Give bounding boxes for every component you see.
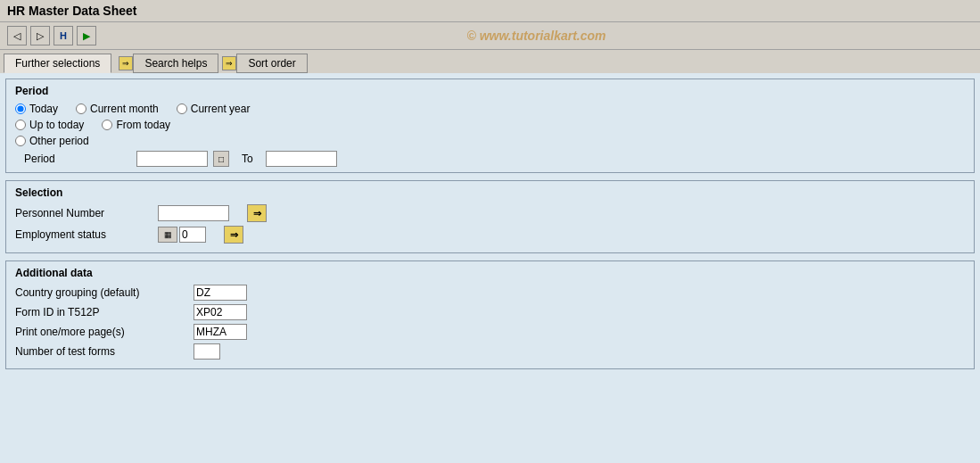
radio-from-today[interactable] (102, 120, 112, 130)
tab-sort-order[interactable]: Sort order (236, 54, 307, 73)
tab-sort-order-label: Sort order (248, 57, 295, 70)
page-title: HR Master Data Sheet (7, 4, 137, 18)
sort-order-arrow-icon: ⇒ (222, 56, 236, 70)
back-icon[interactable]: ◁ (7, 26, 27, 45)
radio-from-today-item: From today (102, 119, 170, 131)
print-pages-row: Print one/more page(s) (15, 324, 965, 340)
save-icon[interactable]: H (54, 26, 73, 45)
employment-status-input[interactable] (179, 227, 206, 243)
period-section-title: Period (15, 85, 965, 97)
radio-today-label: Today (29, 103, 58, 115)
selection-section-title: Selection (15, 186, 965, 199)
country-grouping-row: Country grouping (default) (15, 285, 965, 301)
toolbar: ◁ ▷ H ▶ © www.tutorialkart.com (0, 21, 980, 50)
radio-current-year[interactable] (177, 103, 187, 114)
radio-current-month-label: Current month (90, 103, 159, 115)
test-forms-label: Number of test forms (15, 345, 194, 358)
country-grouping-input[interactable] (194, 285, 247, 301)
form-id-label: Form ID in T512P (15, 306, 194, 318)
personnel-number-label: Personnel Number (15, 207, 158, 219)
title-bar: HR Master Data Sheet (0, 0, 980, 21)
selection-section: Selection Personnel Number ⇒ Employment … (5, 180, 975, 253)
personnel-number-input[interactable] (158, 205, 229, 221)
radio-today[interactable] (15, 103, 26, 114)
print-pages-input[interactable] (194, 324, 247, 340)
period-row-3: Other period (15, 135, 965, 147)
main-content: Period Today Current month Current year … (0, 73, 980, 463)
period-row-1: Today Current month Current year (15, 103, 965, 115)
search-helps-arrow-icon: ⇒ (119, 56, 133, 70)
tab-search-helps-label: Search helps (144, 57, 207, 70)
test-forms-input[interactable] (194, 343, 220, 360)
print-pages-label: Print one/more page(s) (15, 326, 194, 338)
employment-status-arrow-button[interactable]: ⇒ (224, 226, 243, 244)
country-grouping-label: Country grouping (default) (15, 286, 194, 299)
radio-today-item: Today (15, 103, 58, 115)
employment-status-controls: ▦ (158, 227, 206, 243)
watermark: © www.tutorialkart.com (100, 29, 973, 43)
execute-icon[interactable]: ▶ (77, 26, 96, 45)
form-id-input[interactable] (194, 304, 247, 320)
period-section: Period Today Current month Current year … (5, 79, 975, 173)
radio-other-period-item: Other period (15, 135, 89, 147)
tab-bar: Further selections ⇒ Search helps ⇒ Sort… (0, 50, 980, 73)
form-id-row: Form ID in T512P (15, 304, 965, 320)
additional-data-section: Additional data Country grouping (defaul… (5, 260, 975, 369)
test-forms-row: Number of test forms (15, 343, 965, 360)
radio-current-month[interactable] (76, 103, 86, 114)
tab-further-selections[interactable]: Further selections (4, 54, 111, 73)
radio-current-year-label: Current year (191, 103, 251, 115)
period-to-label: To (242, 153, 253, 165)
personnel-number-arrow-button[interactable]: ⇒ (247, 204, 267, 222)
employment-status-label: Employment status (15, 228, 158, 241)
radio-other-period[interactable] (15, 136, 26, 146)
period-calendar-icon[interactable]: □ (213, 151, 229, 167)
employment-status-icon[interactable]: ▦ (158, 227, 177, 243)
tab-further-selections-label: Further selections (15, 57, 100, 70)
period-input-row: Period □ To (15, 151, 965, 167)
radio-from-today-label: From today (116, 119, 170, 131)
period-row-2: Up to today From today (15, 119, 965, 131)
radio-up-to-today-label: Up to today (29, 119, 84, 131)
employment-status-row: Employment status ▦ ⇒ (15, 226, 965, 244)
period-to-input[interactable] (266, 151, 337, 167)
forward-icon[interactable]: ▷ (30, 26, 50, 45)
period-field-label: Period (24, 153, 131, 165)
period-from-input[interactable] (136, 151, 208, 167)
tab-search-helps[interactable]: Search helps (133, 54, 218, 73)
radio-up-to-today-item: Up to today (15, 119, 84, 131)
radio-current-month-item: Current month (76, 103, 159, 115)
radio-current-year-item: Current year (177, 103, 251, 115)
radio-other-period-label: Other period (29, 135, 89, 147)
additional-data-title: Additional data (15, 267, 965, 279)
radio-up-to-today[interactable] (15, 120, 26, 130)
personnel-number-row: Personnel Number ⇒ (15, 204, 965, 222)
